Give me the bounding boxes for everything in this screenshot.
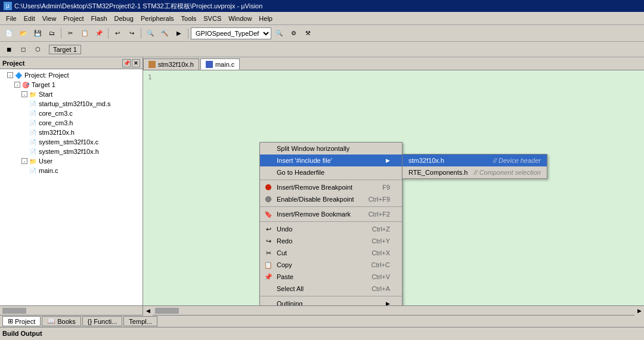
t2-btn2[interactable]: ◻	[17, 43, 30, 56]
ctx-copy[interactable]: 📋 Copy Ctrl+C	[260, 259, 402, 271]
tab-main-c[interactable]: main.c	[200, 58, 240, 70]
expand-icon[interactable]: -	[21, 91, 27, 97]
type-dropdown[interactable]: GPIOSpeed_TypeDef	[191, 27, 271, 39]
menu-item-window[interactable]: Window	[225, 14, 255, 23]
ctx-sep4	[260, 296, 402, 296]
tree-item-file1[interactable]: 📄 startup_stm32f10x_md.s	[1, 99, 141, 109]
tab-label: Books	[57, 318, 76, 325]
menu-item-tools[interactable]: Tools	[178, 14, 200, 23]
ctx-label: Go to Headerfile	[277, 169, 324, 176]
debug-btn[interactable]: ▶	[172, 27, 185, 40]
menu-item-flash[interactable]: Flash	[88, 14, 111, 23]
bottom-tab-books[interactable]: 📖 Books	[42, 316, 81, 326]
tab-icon	[206, 61, 213, 68]
menu-bar: FileEditViewProjectFlashDebugPeripherals…	[0, 12, 644, 25]
ctx-undo[interactable]: ↩ Undo Ctrl+Z	[260, 223, 402, 235]
t2-btn1[interactable]: ◼	[2, 43, 16, 56]
tree-item-user[interactable]: - 📁 User	[1, 156, 141, 166]
undo-btn[interactable]: ↩	[111, 27, 124, 40]
find-btn[interactable]: 🔍	[144, 27, 157, 40]
redo-btn[interactable]: ↪	[125, 27, 138, 40]
menu-item-debug[interactable]: Debug	[111, 14, 137, 23]
ctx-goto-header[interactable]: Go to Headerfile	[260, 166, 402, 178]
ctx-shortcut: Ctrl+A	[371, 285, 390, 292]
scroll-left-btn[interactable]: ◀	[143, 306, 153, 316]
editor-h-scrollbar[interactable]: ◀ ▶	[143, 305, 644, 315]
bottom-tab-project[interactable]: ⊞ Project	[2, 316, 41, 326]
tree-item-mainc[interactable]: 📄 main.c	[1, 166, 141, 175]
menu-item-project[interactable]: Project	[60, 14, 87, 23]
tree-item-project[interactable]: - 🔷 Project: Project	[1, 70, 141, 80]
ctx-insert-breakpoint[interactable]: Insert/Remove Breakpoint F9	[260, 181, 402, 193]
copy-btn[interactable]: 📋	[78, 27, 91, 40]
submenu-include: stm32f10x.h // Device header RTE_Compone…	[402, 154, 547, 179]
sidebar-pin-btn[interactable]: 📌	[122, 59, 131, 67]
ctx-label: Paste	[277, 273, 293, 280]
cut-icon: ✂	[264, 248, 273, 258]
tree-item-target[interactable]: - 🎯 Target 1	[1, 80, 141, 89]
tree-item-file3[interactable]: 📄 core_cm3.h	[1, 118, 141, 128]
main-area: Project 📌 ✕ - 🔷 Project: Project - 🎯 Tar…	[0, 57, 644, 315]
save-all-btn[interactable]: 🗂	[45, 27, 58, 40]
ctx-paste[interactable]: 📌 Paste Ctrl+V	[260, 271, 402, 283]
t2-btn3[interactable]: ⬡	[31, 43, 44, 56]
zoom-in-btn[interactable]: 🔍	[273, 27, 286, 40]
ctx-insert-bookmark[interactable]: 🔖 Insert/Remove Bookmark Ctrl+F2	[260, 208, 402, 220]
ctx-split-window[interactable]: Split Window horizontally	[260, 143, 402, 154]
tree-label: main.c	[39, 167, 58, 174]
tree-item-start[interactable]: - 📁 Start	[1, 89, 141, 99]
title-bar: µ C:\Users\Admin\Desktop\STM32Project\2-…	[0, 0, 644, 12]
tab-stm32f10x-h[interactable]: stm32f10x.h	[143, 58, 199, 70]
h-scroll-track[interactable]	[155, 308, 632, 314]
tree-item-file4[interactable]: 📄 stm32f10x.h	[1, 128, 141, 137]
menu-item-help[interactable]: Help	[255, 14, 276, 23]
expand-icon[interactable]: -	[7, 72, 13, 78]
include-icon	[264, 156, 273, 165]
tree-label: system_stm32f10x.c	[39, 138, 98, 146]
sidebar-scroll-thumb[interactable]	[2, 308, 26, 314]
zoom-out-btn[interactable]: ⚙	[287, 27, 300, 40]
expand-icon[interactable]: -	[21, 158, 27, 164]
ctx-label: Copy	[277, 261, 292, 268]
sidebar-scrollbar[interactable]	[0, 305, 143, 315]
menu-item-peripherals[interactable]: Peripherals	[137, 14, 178, 23]
tree-item-file5[interactable]: 📄 system_stm32f10x.c	[1, 137, 141, 147]
cut-btn[interactable]: ✂	[64, 27, 77, 40]
file-icon: 📄	[29, 109, 37, 118]
tree-label: User	[39, 157, 52, 165]
submenu-comment: // Device header	[493, 157, 541, 164]
goto-icon	[264, 168, 273, 177]
menu-item-file[interactable]: File	[2, 14, 20, 23]
save-btn[interactable]: 💾	[31, 27, 44, 40]
h-scroll-thumb[interactable]	[155, 308, 179, 314]
settings-btn[interactable]: ⚒	[301, 27, 314, 40]
menu-item-view[interactable]: View	[39, 14, 60, 23]
ctx-outlining[interactable]: Outlining ▶	[260, 298, 402, 305]
open-btn[interactable]: 📂	[17, 27, 30, 40]
scroll-right-btn[interactable]: ▶	[634, 306, 644, 316]
menu-item-edit[interactable]: Edit	[20, 14, 39, 23]
tree-item-file2[interactable]: 📄 core_cm3.c	[1, 109, 141, 118]
expand-icon[interactable]: -	[14, 82, 20, 88]
paste-btn[interactable]: 📌	[92, 27, 106, 40]
tree-label: Project: Project	[24, 72, 69, 79]
sidebar-scroll-track[interactable]	[2, 308, 140, 314]
submenu-item-rte[interactable]: RTE_Components.h // Component selection	[402, 166, 547, 178]
ctx-cut[interactable]: ✂ Cut Ctrl+X	[260, 247, 402, 259]
new-file-btn[interactable]: 📄	[2, 27, 16, 40]
file-icon: 📄	[29, 147, 37, 156]
ctx-insert-include[interactable]: Insert '#include file' ▶ stm32f10x.h // …	[260, 154, 402, 166]
sidebar-close-btn[interactable]: ✕	[132, 59, 140, 67]
submenu-item-stm32f10x[interactable]: stm32f10x.h // Device header	[402, 154, 547, 166]
editor-content[interactable]: 1 Split Window horizontally Insert '#inc…	[143, 70, 644, 305]
bottom-tab-templ[interactable]: Templ...	[123, 316, 157, 326]
bottom-tabs: ⊞ Project 📖 Books {} Functi... Templ...	[2, 316, 157, 326]
ctx-select-all[interactable]: Select All Ctrl+A	[260, 283, 402, 295]
ctx-enable-breakpoint[interactable]: Enable/Disable Breakpoint Ctrl+F9	[260, 193, 402, 205]
ctx-redo[interactable]: ↪ Redo Ctrl+Y	[260, 235, 402, 247]
file-icon: 📄	[29, 100, 37, 108]
menu-item-svcs[interactable]: SVCS	[200, 14, 225, 23]
tree-item-file6[interactable]: 📄 system_stm32f10x.h	[1, 147, 141, 156]
build-btn[interactable]: 🔨	[158, 27, 171, 40]
bottom-tab-functi[interactable]: {} Functi...	[82, 316, 123, 326]
